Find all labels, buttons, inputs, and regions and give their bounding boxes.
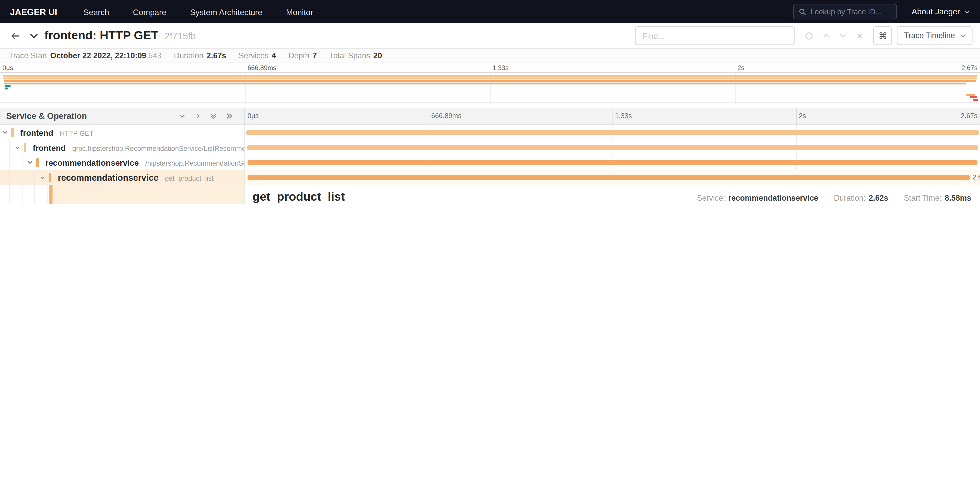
span-row[interactable]: recommendationservice /hipstershop.Recom…	[0, 155, 980, 170]
keyboard-shortcuts-button[interactable]: ⌘	[873, 26, 892, 45]
selected-span-highlight	[49, 185, 244, 204]
span-detail-row: get_product_list Service:recommendations…	[0, 185, 980, 204]
span-bar[interactable]	[247, 145, 978, 150]
expand-all-icon[interactable]	[226, 112, 233, 120]
search-icon	[799, 8, 806, 15]
minimap-span-stripe	[966, 94, 975, 95]
timeline-header-left: Service & Operation	[0, 108, 245, 124]
service-name: frontend	[20, 128, 53, 138]
span-row-label[interactable]: recommendationservice /hipstershop.Recom…	[0, 155, 245, 170]
service-color-swatch	[49, 173, 51, 182]
span-row-timeline[interactable]	[245, 155, 980, 170]
minimap-tick-labels: 0μs666.89ms1.33s2s2.67s	[0, 64, 980, 71]
minimap-span-stripe	[4, 83, 966, 84]
span-row-timeline[interactable]: 2.62s	[245, 170, 980, 185]
trace-summary: Trace StartOctober 22 2022, 22:10:09.543…	[0, 49, 980, 63]
expand-level-icon[interactable]	[194, 112, 201, 120]
top-nav: JAEGER UI SearchCompareSystem Architectu…	[0, 0, 980, 23]
minimap-span-stripe	[5, 88, 8, 89]
span-row-label[interactable]: frontend HTTP GET	[0, 125, 245, 140]
service-color-swatch	[24, 143, 26, 152]
nav-item[interactable]: Monitor	[286, 7, 313, 17]
service-name: frontend	[33, 143, 66, 153]
about-jaeger-label: About Jaeger	[912, 7, 960, 16]
time-tick-label: 1.33s	[493, 64, 509, 71]
summary-item: Duration2.67s	[174, 51, 226, 59]
meta-label: Start Time:	[904, 194, 942, 203]
meta-value: 2.62s	[869, 194, 888, 203]
trace-view-selector[interactable]: Trace Timeline	[897, 26, 973, 45]
operation-name: get_product_list	[165, 175, 213, 182]
span-rows: frontend HTTP GET frontend grpc.hipsters…	[0, 125, 980, 204]
summary-item: Services4	[239, 51, 276, 59]
collapse-all-icon[interactable]	[210, 112, 217, 120]
tree-controls	[179, 112, 238, 120]
span-row[interactable]: recommendationservice get_product_list 2…	[0, 170, 980, 185]
chevron-down-icon	[960, 34, 966, 38]
back-button[interactable]	[7, 28, 25, 43]
summary-item: Total Spans20	[329, 51, 382, 59]
find-next-button[interactable]	[840, 33, 847, 38]
span-detail-left-gutter	[0, 185, 245, 204]
time-tick-label: 0μs	[248, 112, 259, 120]
trace-id-search[interactable]	[793, 4, 897, 19]
service-color-swatch	[36, 158, 39, 167]
span-expand-chevron[interactable]	[2, 129, 8, 136]
minimap-span-stripe	[970, 96, 977, 98]
span-row[interactable]: frontend HTTP GET	[0, 125, 980, 140]
span-row-timeline[interactable]	[245, 125, 980, 140]
trace-view-selector-label: Trace Timeline	[904, 31, 955, 40]
minimap-span-stripe	[5, 85, 11, 87]
time-tick-label: 2s	[799, 112, 806, 120]
operation-name: /hipstershop.RecommendationService/Lis…	[145, 160, 245, 167]
trace-id-search-input[interactable]	[810, 7, 891, 16]
minimap-canvas[interactable]	[0, 72, 980, 103]
span-bar[interactable]	[247, 175, 970, 180]
span-row[interactable]: frontend grpc.hipstershop.Recommendation…	[0, 140, 980, 155]
span-expand-chevron[interactable]	[27, 160, 33, 166]
span-row-label[interactable]: frontend grpc.hipstershop.Recommendation…	[0, 140, 245, 155]
jaeger-trace-page: JAEGER UI SearchCompareSystem Architectu…	[0, 0, 980, 204]
summary-item: Depth7	[289, 51, 317, 59]
trace-minimap[interactable]: 0μs666.89ms1.33s2s2.67s	[0, 63, 980, 108]
time-tick-label: 666.89ms	[248, 64, 277, 71]
trace-toolbar: ⌘ Trace Timeline	[635, 26, 973, 45]
service-color-swatch	[11, 128, 14, 137]
service-name: recommendationservice	[45, 158, 139, 168]
nav-item[interactable]: Compare	[133, 7, 166, 17]
time-tick-label: 666.89ms	[431, 112, 461, 120]
collapse-trace-header-chevron[interactable]	[25, 30, 42, 41]
nav-item[interactable]: System Architecture	[190, 7, 262, 17]
find-results-icon[interactable]	[805, 32, 813, 40]
timeline-header: Service & Operation 0μs666.89ms1.33s2s2.…	[0, 108, 980, 125]
time-tick-label: 2s	[738, 64, 745, 71]
collapse-level-icon[interactable]	[179, 112, 186, 120]
trace-title-bar: frontend: HTTP GET 2f715fb ⌘ Trace Timel…	[0, 23, 980, 49]
operation-name: HTTP GET	[60, 129, 94, 137]
span-bar[interactable]	[247, 160, 978, 165]
meta-separator	[896, 194, 896, 203]
span-bar[interactable]	[247, 130, 978, 135]
app-logo[interactable]: JAEGER UI	[10, 6, 57, 17]
find-controls	[805, 32, 864, 40]
meta-label: Duration:	[834, 194, 865, 203]
about-jaeger-menu[interactable]: About Jaeger	[912, 7, 970, 16]
find-input[interactable]	[635, 26, 795, 45]
time-tick-label: 2.67s	[961, 112, 977, 120]
timeline-header-ticks: 0μs666.89ms1.33s2s2.67s	[245, 108, 980, 124]
nav-item[interactable]: Search	[84, 7, 109, 17]
span-row-timeline[interactable]	[245, 140, 980, 155]
span-expand-chevron[interactable]	[39, 175, 46, 181]
span-row-label[interactable]: recommendationservice get_product_list	[0, 170, 245, 185]
summary-item: Trace StartOctober 22 2022, 22:10:09.543	[9, 51, 161, 59]
span-expand-chevron[interactable]	[14, 144, 21, 150]
time-tick-label: 0μs	[3, 64, 13, 71]
span-duration-label: 2.62s	[972, 173, 980, 181]
span-detail-header: get_product_list Service:recommendations…	[252, 190, 971, 204]
find-prev-button[interactable]	[823, 33, 830, 38]
nav-items: SearchCompareSystem ArchitectureMonitor	[84, 6, 337, 17]
find-clear-button[interactable]	[857, 32, 864, 39]
minimap-span-stripe	[973, 99, 978, 101]
meta-value: 8.58ms	[945, 194, 971, 203]
span-operation-title: get_product_list	[252, 190, 345, 204]
